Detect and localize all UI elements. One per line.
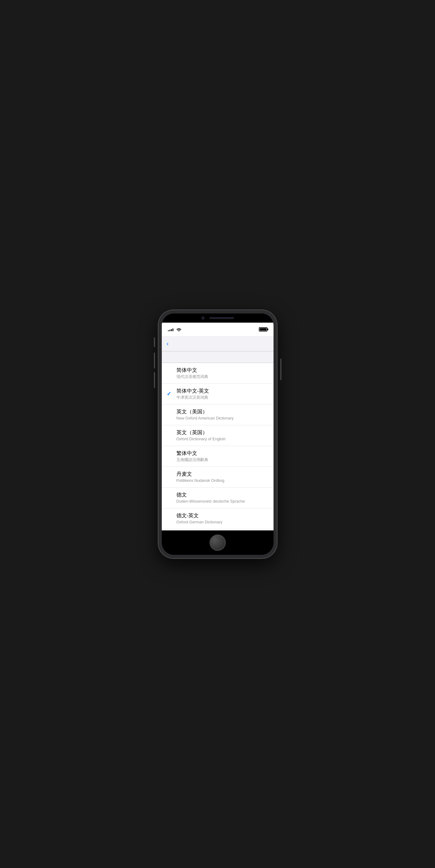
signal-strength [168,328,173,331]
screen-content: ‹ 简体中文现代汉语规范词典✓简体中文-英文牛津英汉汉英词典英文（美国）New … [162,322,273,530]
item-content: 英文（美国）New Oxford American Dictionary [176,408,269,421]
dictionary-list[interactable]: 简体中文现代汉语规范词典✓简体中文-英文牛津英汉汉英词典英文（美国）New Ox… [162,363,273,530]
item-title: 简体中文-英文 [176,388,269,395]
battery-icon [259,327,267,332]
list-item[interactable]: 繁体中文五南國語活用辭典 [162,446,273,467]
home-bar-area [162,530,273,555]
phone-frame: ‹ 简体中文现代汉语规范词典✓简体中文-英文牛津英汉汉英词典英文（美国）New … [158,310,277,558]
item-content: 德文Duden-Wissensnetz deutsche Sprache [176,492,269,504]
item-content: 繁体中文五南國語活用辭典 [176,450,269,463]
power-button[interactable] [280,359,281,380]
item-content: 德文-英文Oxford German Dictionary [176,513,269,525]
item-title: 英文（美国） [176,408,269,415]
list-item[interactable]: 德文Duden-Wissensnetz deutsche Sprache [162,488,273,508]
speaker-grille [209,317,234,319]
front-camera [201,316,204,319]
item-title: 英文（英国） [176,429,269,436]
item-subtitle: 牛津英汉汉英词典 [176,395,269,400]
item-title: 丹麦文 [176,471,269,477]
checkmark-icon: ✓ [167,391,175,397]
item-subtitle: 现代汉语规范词典 [176,374,269,379]
item-subtitle: Oxford German Dictionary [176,520,269,525]
volume-down-button[interactable] [154,372,155,388]
item-subtitle: New Oxford American Dictionary [176,416,269,421]
item-title: 德文 [176,492,269,498]
list-item[interactable]: 英文（英国）Oxford Dictionary of English [162,425,273,446]
item-subtitle: Duden-Wissensnetz deutsche Sprache [176,499,269,504]
list-item[interactable]: 俄文 [162,529,273,530]
list-item[interactable]: 英文（美国）New Oxford American Dictionary [162,405,273,425]
home-button[interactable] [210,535,226,551]
signal-bar-1 [168,330,169,331]
section-header [162,351,273,363]
battery-level [260,328,267,331]
status-bar [162,322,273,336]
mute-button[interactable] [154,337,155,347]
signal-bar-3 [171,329,172,331]
list-item[interactable]: 简体中文现代汉语规范词典 [162,363,273,384]
status-left [168,327,181,332]
item-title: 繁体中文 [176,450,269,457]
status-right [259,327,267,332]
wifi-icon [176,327,181,332]
item-title: 德文-英文 [176,513,269,519]
list-item[interactable]: ✓简体中文-英文牛津英汉汉英词典 [162,384,273,405]
list-item[interactable]: 德文-英文Oxford German Dictionary [162,508,273,529]
item-content: 英文（英国）Oxford Dictionary of English [176,429,269,442]
signal-bar-4 [172,329,173,331]
list-item[interactable]: 丹麦文Politikens Nudansk Ordbog [162,467,273,488]
phone-top-notch [162,313,273,322]
item-content: 丹麦文Politikens Nudansk Ordbog [176,471,269,483]
item-title: 简体中文 [176,367,269,374]
item-content: 简体中文-英文牛津英汉汉英词典 [176,388,269,400]
item-subtitle: Politikens Nudansk Ordbog [176,478,269,483]
item-subtitle: 五南國語活用辭典 [176,457,269,463]
back-chevron-icon: ‹ [167,340,169,346]
volume-up-button[interactable] [154,352,155,369]
navigation-bar: ‹ [162,336,273,351]
item-content: 简体中文现代汉语规范词典 [176,367,269,379]
phone-screen: ‹ 简体中文现代汉语规范词典✓简体中文-英文牛津英汉汉英词典英文（美国）New … [162,313,273,555]
signal-bar-2 [169,330,170,331]
back-button[interactable]: ‹ [167,340,191,346]
item-subtitle: Oxford Dictionary of English [176,437,269,442]
